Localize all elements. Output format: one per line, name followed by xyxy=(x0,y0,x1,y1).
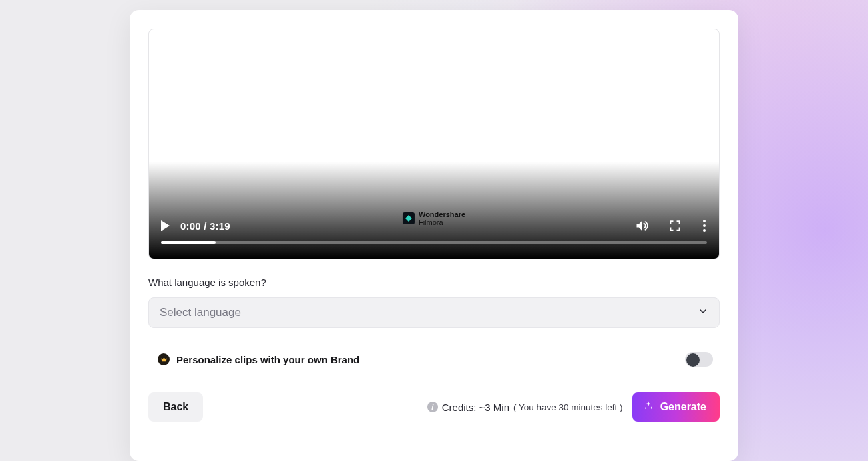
brand-personalize-row: Personalize clips with your own Brand xyxy=(148,352,720,367)
back-button[interactable]: Back xyxy=(148,392,203,422)
play-icon[interactable] xyxy=(161,220,170,231)
generate-label: Generate xyxy=(660,401,706,413)
fullscreen-icon[interactable] xyxy=(668,219,682,233)
video-time: 0:00 / 3:19 xyxy=(180,220,230,232)
crown-icon xyxy=(158,353,170,365)
video-player[interactable]: Wondershare Filmora 0:00 / 3:19 xyxy=(148,29,720,259)
brand-toggle[interactable] xyxy=(685,352,713,367)
language-select-placeholder: Select language xyxy=(160,306,241,319)
volume-icon[interactable] xyxy=(635,219,648,233)
video-progress-fill xyxy=(161,241,216,244)
video-controls: 0:00 / 3:19 xyxy=(149,205,719,259)
generate-button[interactable]: Generate xyxy=(632,392,720,422)
footer-row: Back i Credits: ~3 Min ( You have 30 min… xyxy=(148,392,720,422)
info-icon[interactable]: i xyxy=(427,402,438,412)
chevron-down-icon xyxy=(698,306,708,319)
current-time: 0:00 xyxy=(180,220,201,232)
video-progress-track[interactable] xyxy=(161,241,707,244)
sparkle-icon xyxy=(643,400,654,414)
toggle-knob xyxy=(686,353,700,367)
brand-toggle-label: Personalize clips with your own Brand xyxy=(176,354,359,365)
more-options-icon[interactable] xyxy=(702,218,707,233)
duration: 3:19 xyxy=(210,220,230,232)
credits-label: Credits: ~3 Min xyxy=(442,402,509,413)
language-select[interactable]: Select language xyxy=(148,297,720,328)
settings-card: Wondershare Filmora 0:00 / 3:19 xyxy=(130,10,738,461)
credits-info: i Credits: ~3 Min ( You have 30 minutes … xyxy=(427,402,623,413)
credits-remaining: ( You have 30 minutes left ) xyxy=(513,402,623,412)
language-label: What language is spoken? xyxy=(148,277,720,288)
